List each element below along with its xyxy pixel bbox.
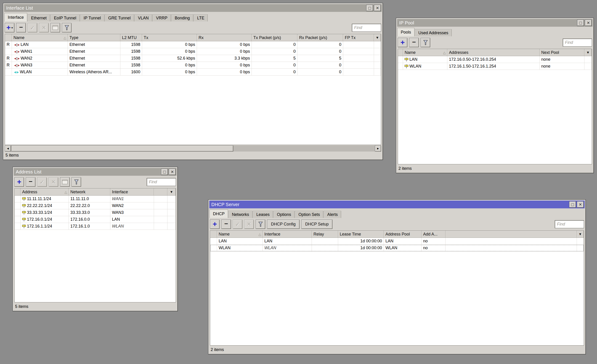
disable-button[interactable]: ✕	[49, 177, 58, 187]
remove-button[interactable]: −	[26, 177, 35, 187]
table-row[interactable]: 33.33.33.1/2433.33.33.0WAN3	[15, 209, 176, 216]
column-header-add-a[interactable]: Add A...	[422, 231, 446, 238]
tab-used-addresses[interactable]: Used Addresses	[415, 29, 452, 36]
column-header-name[interactable]: Name△	[403, 49, 447, 56]
close-button[interactable]: ✕	[577, 201, 584, 208]
table-row[interactable]: R◄¦►WAN3Ethernet15980 bps0 bps00	[5, 62, 381, 69]
disable-button[interactable]: ✕	[244, 220, 254, 229]
tab-gre-tunnel[interactable]: GRE Tunnel	[105, 14, 134, 22]
table-row[interactable]: R◄¦►WAN2Ethernet159852.6 kbps3.3 kbps55	[5, 55, 381, 62]
column-menu-button[interactable]: ▼	[374, 34, 381, 41]
remove-button[interactable]: −	[221, 220, 231, 229]
filter-button[interactable]	[71, 177, 81, 187]
table-row[interactable]: R◄¦►LANEthernet15980 bps0 bps00	[5, 41, 381, 48]
enable-button[interactable]: ✓	[37, 177, 47, 187]
tab-ethernet[interactable]: Ethernet	[28, 14, 50, 22]
maximize-button[interactable]: □	[577, 20, 584, 26]
column-header-blank[interactable]	[398, 49, 403, 56]
tab-eoip-tunnel[interactable]: EoIP Tunnel	[50, 14, 80, 22]
tab-alerts[interactable]: Alerts	[324, 211, 341, 218]
column-header-relay[interactable]: Relay	[312, 231, 338, 238]
column-header-address[interactable]: Address△	[21, 189, 69, 196]
column-header-blank[interactable]	[15, 189, 21, 196]
filter-button[interactable]	[62, 23, 71, 32]
table-row[interactable]: ◄¦►WAN1Ethernet15980 bps0 bps00	[5, 48, 381, 55]
table-row[interactable]: LAN172.16.0.50-172.16.0.254none	[398, 56, 592, 63]
column-header-name[interactable]: Name△	[12, 34, 68, 41]
table-row[interactable]: 172.16.1.1/24172.16.1.0WLAN	[15, 223, 176, 230]
comment-button[interactable]	[60, 177, 70, 187]
maximize-button[interactable]: □	[161, 169, 168, 175]
table-row[interactable]: WLAN172.16.1.50-172.16.1.254none	[398, 63, 592, 70]
close-button[interactable]: ✕	[585, 20, 592, 26]
tab-ip-tunnel[interactable]: IP Tunnel	[80, 14, 104, 22]
column-header-next-pool[interactable]: Next Pool	[540, 49, 584, 56]
maximize-button[interactable]: □	[569, 201, 576, 208]
column-header-lease-time[interactable]: Lease Time	[338, 231, 384, 238]
tab-interface[interactable]: Interface	[4, 13, 27, 22]
comment-button[interactable]	[50, 23, 60, 32]
table-row[interactable]: 11.11.11.1/2411.11.11.0WAN1	[15, 196, 176, 202]
dhcp-setup-button[interactable]: DHCP Setup	[301, 220, 333, 229]
tab-lte[interactable]: LTE	[194, 14, 208, 22]
column-header-blank[interactable]	[5, 34, 12, 41]
ip-pool-titlebar[interactable]: IP Pool □✕	[397, 19, 593, 27]
enable-button[interactable]: ✓	[28, 23, 37, 32]
column-header-blank[interactable]	[210, 231, 217, 238]
enable-button[interactable]: ✓	[233, 220, 242, 229]
scrollbar-thumb[interactable]	[11, 145, 233, 152]
column-header-addresses[interactable]: Addresses	[447, 49, 540, 56]
find-input[interactable]	[147, 178, 176, 186]
disable-button[interactable]: ✕	[39, 23, 49, 32]
scrollbar-track[interactable]	[11, 145, 375, 152]
column-header-blank[interactable]	[154, 189, 167, 196]
column-menu-button[interactable]: ▼	[167, 189, 176, 196]
column-header-rx-packet-p-s[interactable]: Rx Packet (p/s)	[298, 34, 343, 41]
column-header-name[interactable]: Name△	[217, 231, 263, 238]
column-header-tx-packet-p-s[interactable]: Tx Packet (p/s)	[252, 34, 298, 41]
add-button[interactable]: +▾	[5, 23, 14, 32]
find-input[interactable]	[563, 38, 592, 46]
add-button[interactable]: +	[210, 220, 220, 229]
table-row[interactable]: ◄►WLANWireless (Atheros AR...16000 bps0 …	[5, 69, 381, 76]
filter-button[interactable]	[256, 220, 265, 229]
column-menu-button[interactable]: ▼	[577, 231, 584, 238]
remove-button[interactable]: −	[409, 38, 419, 47]
column-header-address-pool[interactable]: Address Pool	[384, 231, 422, 238]
tab-options[interactable]: Options	[274, 211, 294, 218]
column-header-l2-mtu[interactable]: L2 MTU	[120, 34, 142, 41]
find-input[interactable]	[352, 24, 381, 32]
maximize-button[interactable]: □	[366, 5, 373, 11]
table-row[interactable]: WLANWLAN1d 00:00:00WLANno	[210, 245, 584, 251]
tab-dhcp[interactable]: DHCP	[210, 210, 228, 218]
table-row[interactable]: 22.22.22.1/2422.22.22.0WAN2	[15, 202, 176, 209]
tab-vrrp[interactable]: VRRP	[153, 14, 171, 22]
tab-option-sets[interactable]: Option Sets	[295, 211, 323, 218]
column-header-fp-tx[interactable]: FP Tx	[343, 34, 374, 41]
scroll-left-button[interactable]: ◄	[5, 145, 11, 152]
column-header-blank[interactable]	[446, 231, 577, 238]
column-header-interface[interactable]: Interface	[263, 231, 312, 238]
find-input[interactable]	[555, 220, 584, 228]
filter-button[interactable]	[421, 38, 430, 47]
column-header-interface[interactable]: Interface	[110, 189, 154, 196]
close-button[interactable]: ✕	[374, 5, 381, 11]
interface-list-titlebar[interactable]: Interface List □✕	[4, 4, 382, 12]
column-menu-button[interactable]: ▼	[584, 49, 592, 56]
table-row[interactable]: LANLAN1d 00:00:00LANno	[210, 238, 584, 245]
column-header-network[interactable]: Network	[69, 189, 110, 196]
dhcp-server-titlebar[interactable]: DHCP Server □✕	[209, 201, 585, 208]
dhcp-config-button[interactable]: DHCP Config	[267, 220, 299, 229]
column-header-tx[interactable]: Tx	[142, 34, 197, 41]
scroll-right-button[interactable]: ►	[375, 145, 381, 152]
address-list-titlebar[interactable]: Address List □✕	[14, 168, 177, 176]
tab-leases[interactable]: Leases	[253, 211, 273, 218]
tab-networks[interactable]: Networks	[228, 211, 252, 218]
add-button[interactable]: +	[398, 38, 407, 47]
add-button[interactable]: +	[14, 177, 24, 187]
remove-button[interactable]: −	[16, 23, 26, 32]
close-button[interactable]: ✕	[169, 169, 176, 175]
column-header-rx[interactable]: Rx	[197, 34, 252, 41]
tab-vlan[interactable]: VLAN	[134, 14, 152, 22]
horizontal-scrollbar[interactable]: ◄ ►	[5, 145, 381, 152]
